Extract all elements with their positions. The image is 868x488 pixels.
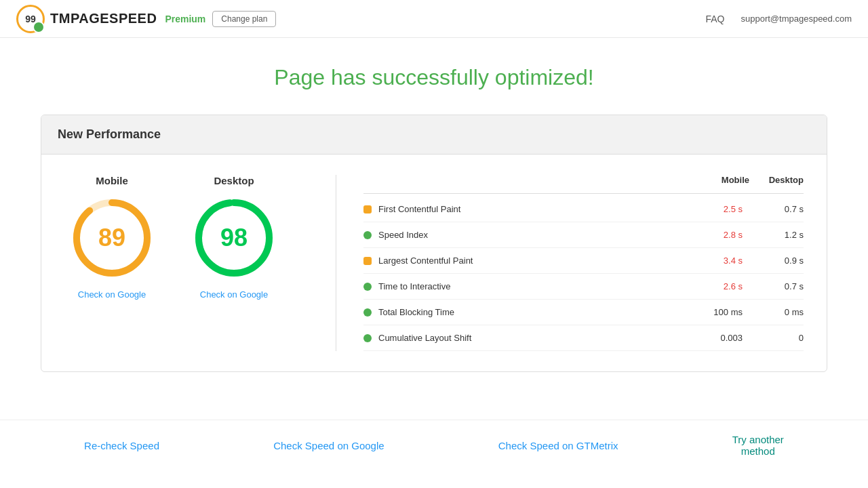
metric-row: Largest Contentful Paint3.4 s0.9 s bbox=[363, 248, 804, 274]
premium-badge: Premium bbox=[165, 14, 205, 24]
metric-name-0: First Contentful Paint bbox=[378, 204, 682, 214]
metric-desktop-val-4: 0 ms bbox=[749, 307, 804, 317]
mobile-score-number: 89 bbox=[98, 224, 125, 252]
performance-card-body: Mobile 89 Check on Google Desktop bbox=[41, 155, 827, 371]
desktop-label: Desktop bbox=[214, 175, 254, 186]
metric-row: First Contentful Paint2.5 s0.7 s bbox=[363, 197, 804, 222]
metric-name-4: Total Blocking Time bbox=[378, 307, 682, 317]
logo-circle: 99 bbox=[16, 5, 45, 33]
metric-name-2: Largest Contentful Paint bbox=[378, 256, 682, 266]
desktop-check-google-link[interactable]: Check on Google bbox=[200, 289, 268, 300]
metric-desktop-val-1: 1.2 s bbox=[749, 230, 804, 240]
desktop-col-header: Desktop bbox=[749, 175, 804, 185]
change-plan-button[interactable]: Change plan bbox=[212, 11, 276, 27]
performance-card: New Performance Mobile 89 Check on Googl… bbox=[41, 115, 827, 372]
metric-name-5: Cumulative Layout Shift bbox=[378, 333, 682, 343]
vertical-divider bbox=[336, 175, 336, 351]
metric-mobile-val-3: 2.6 s bbox=[688, 281, 743, 291]
metrics-header-row: Mobile Desktop bbox=[363, 175, 804, 194]
metric-desktop-val-5: 0 bbox=[749, 333, 804, 343]
mobile-label: Mobile bbox=[96, 175, 128, 186]
page-title: Page has successfully optimized! bbox=[41, 65, 827, 90]
metric-name-3: Time to Interactive bbox=[378, 281, 682, 291]
metric-dot-2 bbox=[363, 257, 372, 265]
recheck-speed-link[interactable]: Re-check Speed bbox=[84, 440, 159, 451]
logo-text: TMPAGESPEED bbox=[50, 11, 157, 26]
main-content: Page has successfully optimized! New Per… bbox=[0, 38, 868, 413]
metric-dot-5 bbox=[363, 334, 372, 342]
metric-name-1: Speed Index bbox=[378, 230, 682, 240]
logo: 99 TMPAGESPEED bbox=[16, 5, 157, 33]
desktop-score-item: Desktop 98 Check on Google bbox=[193, 175, 275, 300]
desktop-score-circle: 98 bbox=[193, 197, 275, 279]
metric-row: Cumulative Layout Shift0.0030 bbox=[363, 325, 804, 351]
metric-mobile-val-4: 100 ms bbox=[688, 307, 743, 317]
metric-dot-0 bbox=[363, 205, 372, 214]
mobile-col-header: Mobile bbox=[695, 175, 749, 185]
check-speed-google-link[interactable]: Check Speed on Google bbox=[273, 440, 384, 451]
try-another-method-link[interactable]: Try another method bbox=[732, 434, 784, 457]
check-speed-gtmetrix-link[interactable]: Check Speed on GTMetrix bbox=[498, 440, 618, 451]
metric-row: Speed Index2.8 s1.2 s bbox=[363, 222, 804, 248]
metric-dot-3 bbox=[363, 283, 372, 291]
footer-links: Re-check Speed Check Speed on Google Che… bbox=[0, 420, 868, 470]
metric-desktop-val-2: 0.9 s bbox=[749, 256, 804, 266]
mobile-score-item: Mobile 89 Check on Google bbox=[71, 175, 153, 300]
metric-dot-1 bbox=[363, 231, 372, 239]
faq-link[interactable]: FAQ bbox=[705, 14, 724, 24]
metric-mobile-val-1: 2.8 s bbox=[688, 230, 743, 240]
metric-dot-4 bbox=[363, 308, 372, 317]
metric-mobile-val-2: 3.4 s bbox=[688, 256, 743, 266]
header: 99 TMPAGESPEED Premium Change plan FAQ s… bbox=[0, 0, 868, 38]
logo-number: 99 bbox=[25, 14, 36, 24]
metrics-container: First Contentful Paint2.5 s0.7 sSpeed In… bbox=[363, 197, 804, 351]
metric-mobile-val-0: 2.5 s bbox=[688, 204, 743, 214]
metric-desktop-val-0: 0.7 s bbox=[749, 204, 804, 214]
performance-card-header: New Performance bbox=[41, 115, 827, 155]
mobile-score-circle: 89 bbox=[71, 197, 153, 279]
metric-row: Total Blocking Time100 ms0 ms bbox=[363, 300, 804, 325]
header-right: FAQ support@tmpagespeed.com bbox=[705, 14, 852, 24]
scores-section: Mobile 89 Check on Google Desktop bbox=[58, 175, 315, 351]
support-email: support@tmpagespeed.com bbox=[741, 14, 852, 24]
mobile-check-google-link[interactable]: Check on Google bbox=[78, 289, 146, 300]
metric-row: Time to Interactive2.6 s0.7 s bbox=[363, 274, 804, 300]
metrics-section: Mobile Desktop First Contentful Paint2.5… bbox=[357, 175, 810, 351]
metric-desktop-val-3: 0.7 s bbox=[749, 281, 804, 291]
desktop-score-number: 98 bbox=[220, 224, 248, 252]
metric-mobile-val-5: 0.003 bbox=[688, 333, 743, 343]
